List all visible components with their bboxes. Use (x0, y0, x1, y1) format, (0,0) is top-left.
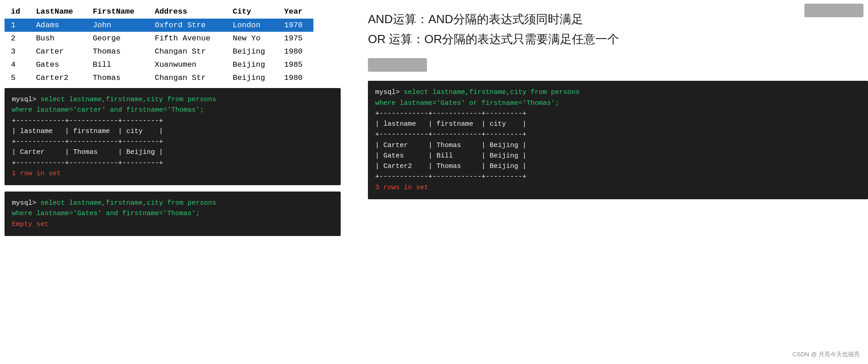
cell-year: 1985 (278, 58, 313, 71)
cell-firstname: Thomas (86, 45, 149, 58)
cell-lastname: Gates (30, 58, 86, 71)
cmd1-line1: select lastname,firstname,city from pers… (40, 96, 216, 103)
right-bar-button[interactable] (368, 58, 427, 72)
table-row[interactable]: 5Carter2ThomasChangan StrBeijing1980 (5, 71, 313, 84)
terminal-and-empty: mysql> select lastname,firstname,city fr… (5, 192, 341, 236)
cmd1-line2: where lastname='carter' and firstname='T… (12, 106, 204, 114)
cell-address: Oxford Stre (149, 19, 226, 32)
cell-firstname: Bill (86, 58, 149, 71)
terminal-and-result: mysql> select lastname,firstname,city fr… (5, 88, 341, 185)
table-row[interactable]: 3CarterThomasChangan StrBeijing1980 (5, 45, 313, 58)
cmd3-line1: select lastname,firstname,city from pers… (40, 199, 216, 207)
col-lastname: LastName (30, 5, 86, 19)
cell-id: 5 (5, 71, 30, 84)
cell-id: 2 (5, 32, 30, 45)
persons-table: id LastName FirstName Address City Year … (5, 5, 313, 84)
left-column: id LastName FirstName Address City Year … (5, 5, 341, 242)
cell-firstname: George (86, 32, 149, 45)
and-label: AND运算：AND分隔的表达式须同时满足 (368, 12, 583, 26)
empty-set: Empty set (12, 221, 49, 228)
col-year: Year (278, 5, 313, 19)
sep1-bot: +------------+------------+---------+ (12, 159, 163, 167)
prompt1: mysql> (12, 96, 40, 103)
row-count1: 1 row in set (12, 170, 61, 177)
or-label: OR 运算：OR分隔的表达式只需要满足任意一个 (368, 32, 619, 46)
table-header-row: id LastName FirstName Address City Year (5, 5, 313, 19)
cell-address: Fifth Avenue (149, 32, 226, 45)
cell-city: London (226, 19, 278, 32)
info-line2: OR 运算：OR分隔的表达式只需要满足任意一个 (368, 29, 868, 49)
cell-lastname: Adams (30, 19, 86, 32)
col-firstname: FirstName (86, 5, 149, 19)
info-block: AND运算：AND分隔的表达式须同时满足 OR 运算：OR分隔的表达式只需要满足… (368, 9, 868, 49)
cell-firstname: Thomas (86, 71, 149, 84)
cell-year: 1970 (278, 19, 313, 32)
table-row[interactable]: 1AdamsJohnOxford StreLondon1970 (5, 19, 313, 32)
footer-text: CSDN @ 月亮今天也很亮 (793, 350, 860, 359)
cell-firstname: John (86, 19, 149, 32)
cmd3-line2: where lastname='Gates' and firstname='Th… (12, 210, 200, 217)
cell-id: 4 (5, 58, 30, 71)
col-city: City (226, 5, 278, 19)
sep2-mid: +------------+------------+---------+ (375, 131, 526, 138)
prompt2: mysql> (375, 89, 404, 96)
cell-id: 3 (5, 45, 30, 58)
cell-city: New Yo (226, 32, 278, 45)
col-id: id (5, 5, 30, 19)
table-row[interactable]: 4GatesBillXuanwumenBeijing1985 (5, 58, 313, 71)
cell-lastname: Carter (30, 45, 86, 58)
or-data-row1: | Carter | Thomas | Beijing | (375, 142, 526, 149)
cmd2-line1: select lastname,firstname,city from pers… (404, 89, 580, 96)
top-bar-button[interactable] (804, 4, 863, 17)
cell-year: 1980 (278, 45, 313, 58)
info-line1: AND运算：AND分隔的表达式须同时满足 (368, 9, 868, 29)
prompt3: mysql> (12, 199, 40, 207)
cell-address: Xuanwumen (149, 58, 226, 71)
cell-id: 1 (5, 19, 30, 32)
cmd2-line2: where lastname='Gates' or firstname='Tho… (375, 99, 559, 107)
or-data-row3: | Carter2 | Thomas | Beijing | (375, 162, 526, 170)
right-column: AND运算：AND分隔的表达式须同时满足 OR 运算：OR分隔的表达式只需要满足… (341, 5, 868, 242)
cell-year: 1975 (278, 32, 313, 45)
cell-city: Beijing (226, 58, 278, 71)
sep1-top: +------------+------------+---------+ (12, 117, 163, 125)
cell-year: 1980 (278, 71, 313, 84)
cell-city: Beijing (226, 71, 278, 84)
cell-city: Beijing (226, 45, 278, 58)
cell-address: Changan Str (149, 45, 226, 58)
header-row1: | lastname | firstname | city | (12, 128, 163, 135)
cell-lastname: Carter2 (30, 71, 86, 84)
table-row[interactable]: 2BushGeorgeFifth AvenueNew Yo1975 (5, 32, 313, 45)
sep1-mid: +------------+------------+---------+ (12, 138, 163, 146)
terminal-or-result: mysql> select lastname,firstname,city fr… (368, 81, 868, 199)
or-data-row2: | Gates | Bill | Beijing | (375, 152, 526, 160)
data-row1: | Carter | Thomas | Beijing | (12, 148, 163, 156)
cell-address: Changan Str (149, 71, 226, 84)
row-count2: 3 rows in set (375, 184, 428, 192)
cell-lastname: Bush (30, 32, 86, 45)
col-address: Address (149, 5, 226, 19)
sep2-top: +------------+------------+---------+ (375, 110, 526, 118)
sep2-bot: +------------+------------+---------+ (375, 173, 526, 181)
header-row2: | lastname | firstname | city | (375, 120, 526, 128)
